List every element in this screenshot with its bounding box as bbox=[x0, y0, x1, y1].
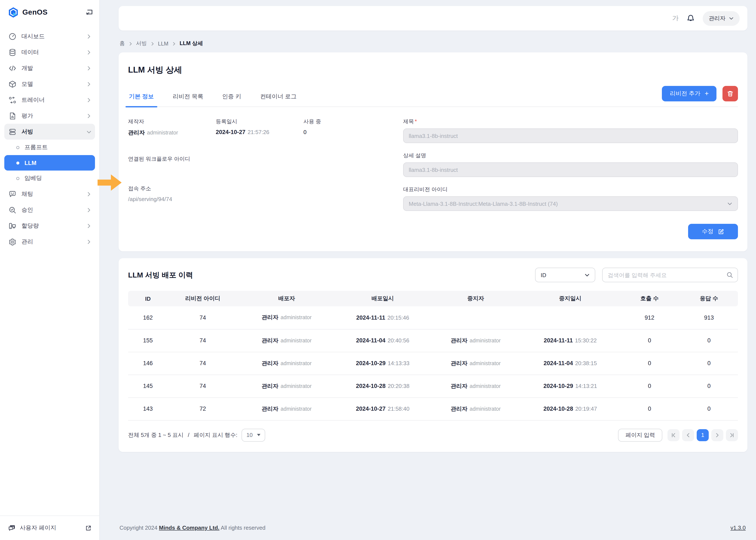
col-calls: 호출 수 bbox=[619, 291, 680, 306]
last-page-button[interactable] bbox=[726, 429, 738, 441]
delete-button[interactable] bbox=[722, 86, 738, 101]
language-toggle[interactable]: 가 bbox=[672, 14, 679, 22]
creator-label: 제작자 bbox=[128, 118, 216, 125]
company-link[interactable]: Minds & Company Ltd. bbox=[159, 524, 220, 531]
breadcrumb-serving[interactable]: 서빙 bbox=[136, 40, 147, 47]
user-menu[interactable]: 관리자 bbox=[703, 11, 740, 26]
page-input-button[interactable]: 페이지 입력 bbox=[618, 429, 662, 441]
first-page-button[interactable] bbox=[668, 429, 680, 441]
sidebar-item-serving[interactable]: 서빙 bbox=[4, 124, 95, 140]
breadcrumb-llm[interactable]: LLM bbox=[158, 41, 169, 47]
notifications-bell-icon[interactable] bbox=[686, 14, 695, 23]
search-input[interactable] bbox=[608, 272, 726, 278]
chat-icon bbox=[9, 190, 16, 198]
breadcrumb-home[interactable]: 홈 bbox=[119, 40, 125, 47]
tabs: 기본 정보 리비전 목록 인증 키 컨테이너 로그 bbox=[128, 88, 297, 106]
tab-basic-info[interactable]: 기본 정보 bbox=[128, 88, 155, 106]
external-link-icon bbox=[85, 525, 91, 531]
plus-icon: + bbox=[705, 90, 709, 97]
report-icon bbox=[9, 112, 16, 120]
description-input[interactable] bbox=[403, 162, 738, 177]
sidebar-item-approval[interactable]: 승인 bbox=[4, 202, 95, 218]
copyright-prefix: Copyright 2024 bbox=[119, 524, 157, 531]
table-row[interactable]: 143 72 관리자administrator 2024-10-2721:58:… bbox=[128, 397, 738, 420]
sidebar-subitem-embedding[interactable]: 임베딩 bbox=[4, 171, 95, 186]
table-row[interactable]: 146 74 관리자administrator 2024-10-2914:13:… bbox=[128, 352, 738, 375]
sidebar-item-chat[interactable]: 채팅 bbox=[4, 186, 95, 202]
table-row[interactable]: 162 74 관리자administrator 2024-11-1120:15:… bbox=[128, 306, 738, 329]
history-filters: ID bbox=[535, 268, 738, 282]
breadcrumb: 홈 서빙 LLM LLM 상세 bbox=[119, 40, 747, 47]
cube-icon bbox=[9, 80, 16, 88]
search-check-icon bbox=[9, 206, 16, 214]
creator-field: 제작자 관리자administrator bbox=[128, 118, 216, 137]
add-revision-button[interactable]: 리비전 추가 + bbox=[662, 86, 716, 101]
edit-button[interactable]: 수정 bbox=[688, 224, 738, 239]
sidebar-subitem-prompt[interactable]: 프롬프트 bbox=[4, 140, 95, 155]
page-1-button[interactable]: 1 bbox=[697, 429, 709, 441]
server-icon bbox=[9, 128, 16, 136]
rows-per-page-value: 10 bbox=[246, 432, 253, 438]
chevron-right-icon bbox=[86, 81, 91, 86]
title-field: 제목* bbox=[403, 118, 738, 143]
sidebar-item-label: 대시보드 bbox=[22, 33, 81, 40]
history-title: LLM 서빙 배포 이력 bbox=[128, 270, 193, 280]
version-link[interactable]: v1.3.0 bbox=[730, 524, 746, 531]
chevron-right-icon bbox=[86, 192, 91, 197]
chevron-right-icon bbox=[86, 34, 91, 39]
code-icon bbox=[9, 64, 16, 72]
rows-per-page-label: 페이지 표시 행수: bbox=[194, 431, 237, 439]
sidebar-item-data[interactable]: 데이터 bbox=[4, 44, 95, 60]
creator-name: 관리자 bbox=[128, 129, 145, 136]
sidebar-item-label: 트레이너 bbox=[22, 96, 81, 104]
filter-field-select[interactable]: ID bbox=[535, 268, 595, 282]
sidebar-item-label: 채팅 bbox=[22, 190, 81, 198]
created-date: 2024-10-27 bbox=[216, 129, 245, 135]
sidebar-item-admin[interactable]: 관리 bbox=[4, 234, 95, 250]
sidebar-item-model[interactable]: 모델 bbox=[4, 76, 95, 92]
edit-pencil-icon bbox=[718, 228, 724, 235]
table-row[interactable]: 145 74 관리자administrator 2024-10-2820:20:… bbox=[128, 375, 738, 397]
pagination-divider: / bbox=[188, 432, 189, 438]
chevron-right-icon bbox=[86, 113, 91, 118]
title-input[interactable] bbox=[403, 128, 738, 143]
sidebar-item-dashboard[interactable]: 대시보드 bbox=[4, 28, 95, 44]
address-value: /api/serving/94/74 bbox=[128, 196, 403, 202]
tab-container-log[interactable]: 컨테이너 로그 bbox=[259, 88, 298, 106]
user-page-label: 사용자 페이지 bbox=[20, 524, 81, 532]
filter-field-value: ID bbox=[541, 272, 546, 278]
sidebar-item-label: 관리 bbox=[22, 238, 81, 245]
deploy-history-table: ID 리비전 아이디 배포자 배포일시 중지자 중지일시 호출 수 응답 수 1… bbox=[128, 291, 738, 420]
tab-revision-list[interactable]: 리비전 목록 bbox=[172, 88, 204, 106]
sidebar-header: GenOS bbox=[0, 0, 99, 22]
sidebar-item-label: 할당량 bbox=[22, 222, 81, 230]
chevron-right-icon bbox=[128, 42, 133, 46]
deploy-history-card: LLM 서빙 배포 이력 ID bbox=[119, 258, 747, 452]
sidebar-item-trainer[interactable]: 트레이너 bbox=[4, 92, 95, 108]
sidebar-collapse-icon[interactable] bbox=[85, 9, 93, 16]
search-icon[interactable] bbox=[726, 272, 733, 278]
app-root: GenOS 대시보드 데이터 bbox=[0, 0, 756, 540]
sidebar-item-eval[interactable]: 평가 bbox=[4, 108, 95, 124]
table-row[interactable]: 155 74 관리자administrator 2024-11-0420:40:… bbox=[128, 329, 738, 352]
brand-logo[interactable]: GenOS bbox=[8, 7, 48, 18]
col-stopper: 중지자 bbox=[430, 291, 522, 306]
content-area: 가 관리자 홈 서빙 LLM LLM 상세 LLM 서빙 상세 기본 정보 bbox=[100, 0, 756, 540]
basic-info-form: 제작자 관리자administrator 등록일시 2024-10-2721:5… bbox=[128, 118, 738, 239]
gear-icon bbox=[9, 238, 16, 245]
sidebar-item-quota[interactable]: 할당량 bbox=[4, 218, 95, 234]
chat-bubbles-icon bbox=[8, 524, 16, 532]
col-id: ID bbox=[128, 291, 168, 306]
sidebar-subitem-llm[interactable]: LLM bbox=[4, 155, 95, 171]
tab-auth-key[interactable]: 인증 키 bbox=[221, 88, 242, 106]
user-page-link[interactable]: 사용자 페이지 bbox=[0, 515, 99, 540]
rows-per-page-select[interactable]: 10 bbox=[242, 429, 265, 441]
pager: 1 bbox=[668, 429, 738, 441]
chevron-down-icon bbox=[584, 272, 590, 278]
sidebar-item-dev[interactable]: 개발 bbox=[4, 60, 95, 76]
chevron-down-icon bbox=[727, 201, 732, 206]
revision-select[interactable]: Meta-Llama-3.1-8B-Instruct:Meta-Llama-3.… bbox=[403, 196, 738, 211]
next-page-button[interactable] bbox=[711, 429, 723, 441]
prev-page-button[interactable] bbox=[682, 429, 694, 441]
created-at-field: 등록일시 2024-10-2721:57:26 bbox=[216, 118, 303, 137]
